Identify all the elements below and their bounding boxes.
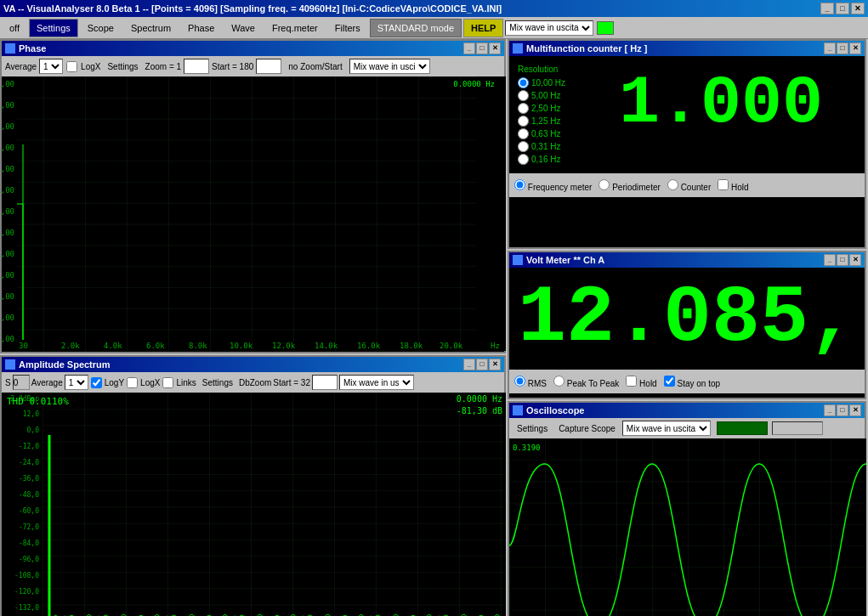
- res-5hz[interactable]: 5,00 Hz: [518, 90, 579, 101]
- start-label: Start = 180: [212, 62, 253, 71]
- logx-checkbox[interactable]: [66, 61, 77, 72]
- phase-mix-select[interactable]: Mix wave in usci: [349, 59, 430, 74]
- counter-title: Multifunction counter [ Hz ]: [526, 43, 647, 54]
- peak-to-peak-radio-label[interactable]: Peak To Peak: [553, 376, 619, 388]
- volt-close-btn[interactable]: ✕: [849, 254, 861, 266]
- osc-maximize-btn[interactable]: □: [837, 404, 848, 416]
- phase-settings-btn[interactable]: Settings: [103, 59, 142, 74]
- osc-settings-btn[interactable]: Settings: [513, 421, 552, 436]
- stay-on-top-checkbox[interactable]: [664, 376, 675, 387]
- res-10hz[interactable]: 10,00 Hz: [518, 77, 579, 88]
- volt-icon: [513, 255, 523, 265]
- volt-hold-checkbox[interactable]: [626, 376, 637, 387]
- periodimeter-radio[interactable]: [599, 179, 610, 190]
- osc-close-btn[interactable]: ✕: [849, 404, 861, 416]
- wave-button[interactable]: Wave: [224, 19, 263, 37]
- capture-scope-btn[interactable]: Capture Scope: [554, 421, 620, 436]
- phase-maximize-btn[interactable]: □: [476, 42, 488, 54]
- no-zoom-btn[interactable]: no Zoom/Start: [284, 59, 346, 74]
- maximize-button[interactable]: □: [836, 3, 849, 14]
- spectrum-panel: Amplitude Spectrum _ □ ✕ S Average 1 Log…: [0, 355, 506, 616]
- svg-rect-60: [509, 438, 866, 616]
- svg-text:8.0k: 8.0k: [189, 342, 207, 350]
- phase-canvas: 180,00 150,00 120,00 90,00 60,00 30,00 0…: [2, 76, 506, 351]
- settings-button[interactable]: Settings: [29, 19, 78, 37]
- periodimeter-radio-label[interactable]: Periodimeter: [599, 179, 660, 192]
- osc-minimize-btn[interactable]: _: [824, 404, 836, 416]
- freq-meter-radio-label[interactable]: Frequency meter: [514, 179, 592, 192]
- res-0_16hz[interactable]: 0,16 Hz: [518, 154, 579, 165]
- title-bar-buttons: _ □ ✕: [820, 3, 865, 14]
- freq-meter-button[interactable]: Freq.meter: [264, 19, 326, 37]
- counter-close-btn[interactable]: ✕: [849, 42, 861, 54]
- s-input[interactable]: [13, 375, 30, 390]
- volt-minimize-btn[interactable]: _: [824, 254, 836, 266]
- logy-checkbox[interactable]: [91, 377, 102, 388]
- phase-panel-buttons: _ □ ✕: [463, 42, 501, 54]
- res-1_25hz-label: 1,25 Hz: [531, 116, 560, 126]
- phase-minimize-btn[interactable]: _: [463, 42, 475, 54]
- mix-wave-select[interactable]: Mix wave in uscita: [505, 20, 593, 36]
- res-2_5hz[interactable]: 2,50 Hz: [518, 103, 579, 114]
- counter-minimize-btn[interactable]: _: [824, 42, 836, 54]
- res-0_63hz[interactable]: 0,63 Hz: [518, 128, 579, 139]
- spectrum-mix-select[interactable]: Mix wave in us: [339, 375, 414, 390]
- scope-button[interactable]: Scope: [80, 19, 122, 37]
- counter-hold-checkbox[interactable]: [718, 179, 729, 190]
- volt-hold-checkbox-label[interactable]: Hold: [626, 376, 656, 388]
- spectrum-settings-btn[interactable]: Settings: [198, 375, 237, 390]
- stay-on-top-checkbox-label[interactable]: Stay on top: [664, 376, 720, 388]
- volt-title-bar[interactable]: Volt Meter ** Ch A _ □ ✕: [509, 252, 865, 268]
- svg-text:-60,0: -60,0: [19, 507, 39, 515]
- svg-text:6.0k: 6.0k: [146, 342, 165, 350]
- res-2_5hz-label: 2,50 Hz: [531, 104, 560, 113]
- stay-on-top-label: Stay on top: [677, 379, 720, 388]
- volt-panel: Volt Meter ** Ch A _ □ ✕ 12.085, RMS Pea…: [508, 251, 866, 399]
- svg-text:18.0k: 18.0k: [400, 342, 423, 350]
- res-0_63hz-label: 0,63 Hz: [531, 129, 560, 138]
- svg-text:12,0: 12,0: [23, 410, 39, 418]
- spectrum-average-select[interactable]: 1: [65, 375, 88, 390]
- volt-maximize-btn[interactable]: □: [837, 254, 848, 266]
- svg-text:14.0k: 14.0k: [315, 342, 338, 350]
- res-0_31hz[interactable]: 0,31 Hz: [518, 141, 579, 152]
- links-checkbox[interactable]: [162, 377, 173, 388]
- phase-close-btn[interactable]: ✕: [489, 42, 501, 54]
- osc-title-bar[interactable]: Oscilloscope _ □ ✕: [509, 403, 865, 418]
- res-0_16hz-label: 0,16 Hz: [531, 155, 560, 164]
- osc-mix-select[interactable]: Mix wave in uscita: [622, 421, 711, 436]
- peak-to-peak-radio[interactable]: [553, 376, 564, 387]
- counter-icon: [513, 43, 523, 54]
- phase-button[interactable]: Phase: [180, 19, 222, 37]
- logx-spectrum-checkbox[interactable]: [127, 377, 138, 388]
- spectrum-maximize-btn[interactable]: □: [476, 359, 488, 370]
- spectrum-button[interactable]: Spectrum: [123, 19, 179, 37]
- svg-text:30,00: 30,00: [2, 186, 14, 195]
- counter-maximize-btn[interactable]: □: [837, 42, 848, 54]
- average-select[interactable]: 1: [39, 59, 63, 74]
- minimize-button[interactable]: _: [820, 3, 834, 14]
- help-button[interactable]: HELP: [463, 19, 503, 37]
- osc-panel-buttons: _ □ ✕: [824, 404, 861, 416]
- hold-checkbox-label[interactable]: Hold: [718, 179, 748, 192]
- spectrum-title-bar[interactable]: Amplitude Spectrum _ □ ✕: [2, 357, 504, 372]
- svg-text:150,00: 150,00: [2, 101, 14, 110]
- spectrum-panel-buttons: _ □ ✕: [463, 359, 501, 370]
- counter-title-bar[interactable]: Multifunction counter [ Hz ] _ □ ✕: [509, 41, 865, 56]
- phase-title-bar[interactable]: Phase _ □ ✕: [2, 41, 504, 56]
- rms-radio-label[interactable]: RMS: [514, 376, 547, 388]
- res-1_25hz[interactable]: 1,25 Hz: [518, 116, 579, 127]
- counter-radio-label[interactable]: Counter: [667, 179, 711, 192]
- close-button[interactable]: ✕: [851, 3, 865, 14]
- off-button[interactable]: off: [2, 19, 27, 37]
- svg-text:Hz: Hz: [491, 342, 500, 350]
- counter-label: Counter: [681, 183, 712, 192]
- rms-radio[interactable]: [514, 376, 525, 387]
- spectrum-close-btn[interactable]: ✕: [489, 359, 501, 370]
- filters-button[interactable]: Filters: [327, 19, 368, 37]
- counter-radio[interactable]: [667, 179, 678, 190]
- res-5hz-label: 5,00 Hz: [531, 91, 560, 100]
- standard-mode-button[interactable]: STANDARD mode: [370, 19, 462, 37]
- freq-meter-radio[interactable]: [514, 179, 525, 190]
- spectrum-minimize-btn[interactable]: _: [463, 359, 475, 370]
